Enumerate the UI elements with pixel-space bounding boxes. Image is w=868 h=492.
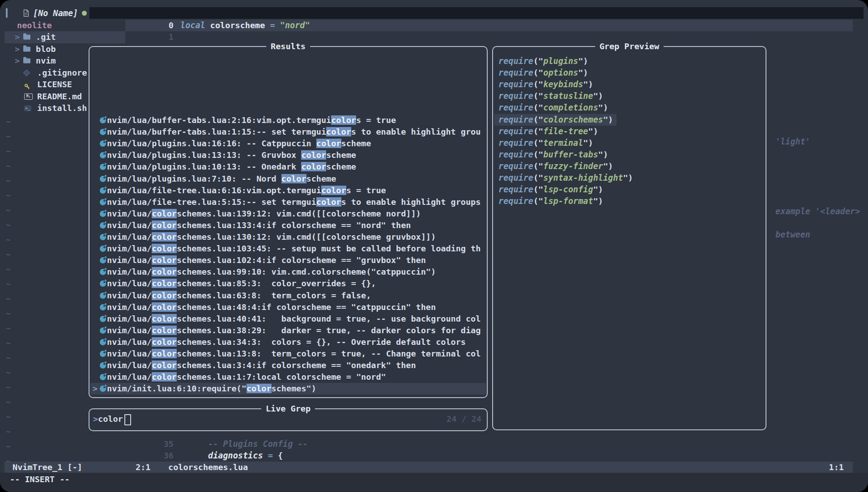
live-grep-panel[interactable]: Live Grep > color 24 / 24	[89, 408, 488, 431]
tilde: ~	[6, 324, 11, 333]
preview-line: require("colorschemes")	[493, 114, 763, 126]
require-keyword: require	[498, 138, 533, 148]
tab-indicator-bar	[6, 8, 8, 18]
tilde: ~	[6, 383, 11, 392]
result-row[interactable]: nvim/lua/colorschemes.lua:13:8: term_col…	[90, 348, 486, 360]
result-text: nvim/lua/plugins.lua:10:13: -- Onedark c…	[107, 161, 356, 173]
result-row[interactable]: nvim/lua/file-tree.lua:6:16:vim.opt.term…	[90, 185, 486, 196]
chevron-right-icon[interactable]: >	[15, 55, 20, 67]
lua-file-icon	[100, 164, 106, 170]
statusline-right-position: 1:1	[829, 462, 844, 473]
result-text: nvim/lua/plugins.lua:13:13: -- Gruvbox c…	[107, 149, 356, 161]
prompt-caret: >	[93, 409, 98, 429]
module-string: lsp-format	[543, 196, 593, 206]
result-row[interactable]: nvim/lua/colorschemes.lua:40:41: backgro…	[90, 313, 486, 325]
chevron-right-icon[interactable]: >	[15, 43, 20, 55]
statusline: NvimTree_1 [-] 2:1 colorschemes.lua 1:1	[4, 462, 853, 473]
variable-name: colorscheme	[210, 21, 265, 30]
match-highlight: color	[301, 162, 326, 171]
result-row[interactable]: nvim/lua/colorschemes.lua:133:4:if color…	[90, 220, 486, 231]
line-number-0: 0	[152, 20, 174, 31]
chevron-right-icon[interactable]: >	[15, 31, 20, 43]
close-paren-quote: ")	[593, 185, 603, 194]
module-string: options	[543, 68, 578, 77]
tilde: ~	[6, 442, 11, 451]
open-paren-quote: ("	[533, 150, 543, 159]
statusline-buffer-name: NvimTree_1 [-]	[13, 462, 82, 473]
file-tree-root[interactable]: neolite	[17, 20, 52, 32]
match-highlight: color	[152, 326, 177, 335]
tilde: ~	[6, 368, 11, 377]
result-row[interactable]: nvim/lua/colorschemes.lua:38:29: darker …	[90, 325, 486, 336]
lua-file-icon	[100, 339, 106, 345]
result-row[interactable]: nvim/lua/colorschemes.lua:63:8: term_col…	[90, 290, 486, 301]
result-row[interactable]: nvim/lua/colorschemes.lua:99:10: vim.cmd…	[90, 266, 486, 278]
close-paren-quote: ")	[603, 115, 613, 124]
result-row[interactable]: >nvim/init.lua:6:10:require("colorscheme…	[90, 383, 486, 394]
lua-file-icon	[100, 246, 106, 252]
result-row[interactable]: nvim/lua/colorschemes.lua:130:12: vim.cm…	[90, 231, 486, 243]
selection-caret: >	[93, 383, 98, 394]
module-string: syntax-highlight	[543, 173, 623, 182]
result-text: nvim/lua/colorschemes.lua:3:4:if colorsc…	[107, 360, 416, 371]
result-text: nvim/lua/file-tree.lua:6:16:vim.opt.term…	[107, 185, 386, 196]
document-icon	[23, 9, 29, 17]
open-paren-quote: ("	[533, 185, 543, 194]
file-name: nvim	[36, 55, 56, 67]
result-text: nvim/lua/colorschemes.lua:48:4:if colors…	[107, 301, 436, 313]
result-row[interactable]: nvim/lua/colorschemes.lua:34:3: colors =…	[90, 336, 486, 348]
keyword-local: local	[180, 21, 205, 30]
result-row[interactable]: nvim/lua/colorschemes.lua:48:4:if colors…	[90, 301, 486, 313]
file-name: LICENSE	[37, 79, 72, 91]
open-paren-quote: ("	[533, 68, 543, 77]
result-row[interactable]: nvim/lua/buffer-tabs.lua:2:16:vim.opt.te…	[90, 115, 486, 126]
result-text: nvim/init.lua:6:10:require("colorschemes…	[107, 383, 316, 394]
result-text: nvim/lua/colorschemes.lua:63:8: term_col…	[107, 290, 371, 301]
module-string: fuzzy-finder	[543, 161, 603, 171]
string-literal: "nord"	[280, 21, 310, 30]
result-row[interactable]: nvim/lua/plugins.lua:13:13: -- Gruvbox c…	[90, 149, 486, 161]
close-paren-quote: ")	[593, 196, 603, 206]
command-line-area: -- INSERT --	[0, 473, 868, 492]
tilde: ~	[6, 294, 11, 303]
file-tree-item-.git[interactable]: >.git	[4, 31, 125, 43]
match-highlight: color	[152, 255, 177, 265]
result-row[interactable]: nvim/lua/plugins.lua:7:10: -- Nord color…	[90, 173, 486, 185]
result-row[interactable]: nvim/lua/plugins.lua:10:13: -- Onedark c…	[90, 161, 486, 173]
close-paren-quote: ")	[623, 173, 633, 182]
require-keyword: require	[498, 150, 533, 159]
result-row[interactable]: nvim/lua/colorschemes.lua:1:7:local colo…	[90, 371, 486, 383]
modified-dot-icon	[82, 11, 87, 16]
result-row[interactable]: nvim/lua/colorschemes.lua:102:4:if color…	[90, 254, 486, 266]
match-highlight: color	[152, 279, 177, 288]
folder-icon	[23, 35, 30, 40]
key-icon	[24, 81, 30, 88]
result-row[interactable]: nvim/lua/buffer-tabs.lua:1:15:-- set ter…	[90, 126, 486, 138]
require-keyword: require	[498, 196, 533, 206]
file-name: install.sh	[37, 102, 87, 115]
open-paren-quote: ("	[533, 173, 543, 182]
file-name: blob	[36, 43, 56, 55]
result-row[interactable]: nvim/lua/colorschemes.lua:103:45: -- set…	[90, 243, 486, 254]
results-counter: 24 / 24	[447, 409, 481, 429]
close-paren-quote: ")	[583, 80, 593, 89]
preview-line-content: require("lsp-config")	[494, 184, 607, 195]
module-string: buffer-tabs	[543, 150, 598, 159]
result-text: nvim/lua/colorschemes.lua:34:3: colors =…	[107, 336, 466, 348]
require-keyword: require	[498, 103, 533, 112]
result-row[interactable]: nvim/lua/plugins.lua:16:16: -- Catppucci…	[90, 138, 486, 149]
preview-line-content: require("lsp-format")	[494, 195, 607, 207]
result-text: nvim/lua/colorschemes.lua:13:8: term_col…	[107, 348, 481, 360]
result-row[interactable]: nvim/lua/colorschemes.lua:85:3: color_ov…	[90, 278, 486, 289]
search-query-input[interactable]: color	[98, 409, 123, 429]
require-keyword: require	[498, 185, 533, 194]
require-keyword: require	[498, 161, 533, 171]
result-row[interactable]: nvim/lua/colorschemes.lua:3:4:if colorsc…	[90, 360, 486, 371]
result-row[interactable]: nvim/lua/file-tree.lua:5:15:-- set termg…	[90, 196, 486, 208]
require-keyword: require	[498, 80, 533, 89]
buffer-fragment-leader: example '<leader>	[775, 206, 860, 217]
preview-line: require("fuzzy-finder")	[493, 161, 763, 172]
lua-file-icon	[100, 280, 106, 287]
result-row[interactable]: nvim/lua/colorschemes.lua:139:12: vim.cm…	[90, 208, 486, 220]
tab-no-name[interactable]: [No Name]	[18, 7, 92, 19]
